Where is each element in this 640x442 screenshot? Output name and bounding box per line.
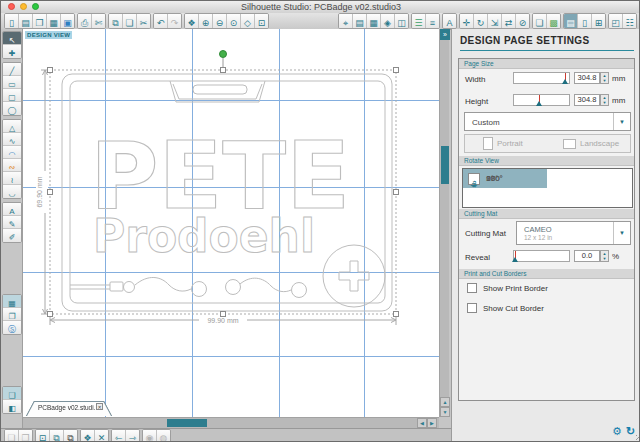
- selection-handle[interactable]: [48, 190, 53, 195]
- preview-button[interactable]: ⌖: [339, 14, 353, 28]
- badge-design[interactable]: PETE Prodoehl: [62, 74, 392, 311]
- fill-options-button[interactable]: ☰: [412, 14, 426, 28]
- line-tool[interactable]: ╱: [3, 63, 21, 76]
- chevron-down-icon[interactable]: ▼: [613, 222, 630, 244]
- width-spinner[interactable]: ▲▼: [600, 72, 609, 84]
- save-to-library-button[interactable]: ▣: [61, 14, 74, 28]
- flip-horizontal-button[interactable]: ⇽: [112, 430, 126, 442]
- edit-points-tool[interactable]: ✚: [3, 45, 21, 58]
- page-preset-dropdown[interactable]: Custom ▼: [464, 112, 631, 131]
- height-spinner[interactable]: ▲▼: [600, 94, 609, 106]
- resize-grip[interactable]: [636, 435, 640, 441]
- rotate-options-button[interactable]: ↻: [474, 14, 488, 28]
- group-button[interactable]: ❏: [5, 430, 19, 442]
- copy-object-button[interactable]: ⧉: [50, 430, 64, 442]
- 3d-view-button[interactable]: ◫: [395, 14, 408, 28]
- pixscan-button[interactable]: ◰: [609, 14, 623, 28]
- move-options-button[interactable]: ✛: [460, 14, 474, 28]
- selection-handle[interactable]: [48, 312, 53, 317]
- page-color-button[interactable]: ▤: [353, 14, 367, 28]
- vertical-scrollbar-thumb[interactable]: [441, 146, 449, 184]
- landscape-button[interactable]: Landscape: [563, 135, 619, 152]
- save-button[interactable]: ▦: [47, 14, 61, 28]
- height-slider-marker[interactable]: [539, 95, 540, 107]
- duplicate-object-button[interactable]: ⧉: [64, 430, 77, 442]
- paste-button[interactable]: ❏: [123, 14, 137, 28]
- zoom-selection-button[interactable]: ⊙: [227, 14, 241, 28]
- spinner-down-icon[interactable]: ▼: [601, 78, 608, 83]
- height-value-field[interactable]: 304.8: [574, 94, 600, 106]
- zoom-to-selection-button[interactable]: ⊡: [36, 430, 50, 442]
- selection-handle[interactable]: [394, 312, 399, 317]
- document-tab-close-icon[interactable]: ✕: [96, 403, 103, 410]
- ellipse-tool[interactable]: ◯: [3, 102, 21, 115]
- drag-zoom-button[interactable]: ◇: [241, 14, 255, 28]
- show-print-border-checkbox[interactable]: [467, 283, 477, 293]
- rotation-handle[interactable]: [220, 51, 227, 58]
- width-value-field[interactable]: 304.8: [574, 72, 600, 84]
- horizontal-scrollbar[interactable]: ◀ ▶: [23, 417, 439, 428]
- library-list-button[interactable]: ❐: [3, 308, 21, 321]
- library-thumbnails-button[interactable]: ▦: [3, 295, 21, 308]
- zoom-out-button[interactable]: ⊖: [213, 14, 227, 28]
- reveal-slider[interactable]: [513, 250, 570, 262]
- scroll-down-button[interactable]: ▼: [440, 407, 450, 417]
- object-info-button[interactable]: ◍: [157, 430, 170, 442]
- silhouette-store-button[interactable]: Ⓢ: [3, 321, 21, 334]
- vertical-scrollbar[interactable]: » ▲ ▼: [439, 29, 449, 417]
- width-slider[interactable]: [513, 72, 570, 84]
- arc-tool[interactable]: ◠: [3, 146, 21, 159]
- smooth-freehand-tool[interactable]: ≀: [3, 172, 21, 185]
- show-grid-button[interactable]: ▦: [367, 14, 381, 28]
- copy-button[interactable]: ⧉: [109, 14, 123, 28]
- undo-button[interactable]: ↶: [154, 14, 168, 28]
- freehand-tool[interactable]: ∾: [3, 159, 21, 172]
- selection-handle[interactable]: [221, 312, 226, 317]
- ungroup-button[interactable]: ❐: [19, 430, 32, 442]
- cutting-mat-dropdown[interactable]: CAMEO 12 x 12 in ▼: [516, 221, 631, 245]
- chevron-down-icon[interactable]: ▼: [613, 113, 630, 130]
- select-tool[interactable]: ↖: [3, 32, 21, 45]
- reveal-slider-marker[interactable]: [515, 251, 516, 263]
- open-recent-button[interactable]: ❐: [33, 14, 47, 28]
- rectangle-tool[interactable]: ▭: [3, 76, 21, 89]
- cut-button[interactable]: ✂: [137, 14, 150, 28]
- selection-handle[interactable]: [394, 190, 399, 195]
- delete-object-button[interactable]: ✕: [95, 430, 108, 442]
- line-style-button[interactable]: ≡: [426, 14, 439, 28]
- shear-options-button[interactable]: ⊘: [516, 14, 529, 28]
- redo-button[interactable]: ↷: [168, 14, 181, 28]
- show-cut-border-checkbox[interactable]: [467, 303, 477, 313]
- design-canvas[interactable]: PETE Prodoehl: [23, 29, 439, 417]
- gear-icon[interactable]: ⚙: [612, 425, 622, 438]
- media-layout-button[interactable]: ☷: [623, 14, 636, 28]
- zoom-in-button[interactable]: ⊕: [199, 14, 213, 28]
- design-page-settings-button[interactable]: ▤: [564, 14, 578, 28]
- registration-marks-button[interactable]: ◈: [381, 14, 395, 28]
- knife-tool[interactable]: ✐: [3, 229, 21, 242]
- pan-button[interactable]: ❖: [185, 14, 199, 28]
- note-tool[interactable]: ✎: [3, 216, 21, 229]
- snap-grid-button[interactable]: ⊞: [592, 14, 605, 28]
- arc-segment-tool[interactable]: ◡: [3, 185, 21, 198]
- horizontal-scrollbar-thumb[interactable]: [167, 419, 207, 427]
- rotate-270-button[interactable]: ab 270°: [463, 169, 547, 188]
- split-view-button[interactable]: ◧: [3, 400, 21, 413]
- portrait-button[interactable]: Portrait: [483, 135, 523, 152]
- height-slider[interactable]: [513, 94, 570, 106]
- text-tool[interactable]: A: [3, 203, 21, 216]
- scale-options-button[interactable]: ⇲: [488, 14, 502, 28]
- new-document-button[interactable]: ▯: [5, 14, 19, 28]
- open-button[interactable]: ▤: [19, 14, 33, 28]
- flip-vertical-button[interactable]: ⇾: [126, 430, 139, 442]
- curve-tool[interactable]: ∿: [3, 133, 21, 146]
- reveal-value-field[interactable]: 0.0: [574, 250, 600, 262]
- lock-object-button[interactable]: ◉: [143, 430, 157, 442]
- spinner-down-icon[interactable]: ▼: [601, 256, 608, 261]
- collapse-panel-button[interactable]: »: [440, 29, 450, 40]
- scroll-right-button[interactable]: ▶: [427, 418, 437, 428]
- reveal-spinner[interactable]: ▲▼: [600, 250, 609, 262]
- selection-handle[interactable]: [48, 68, 53, 73]
- selection-handle[interactable]: [221, 68, 226, 73]
- rounded-rectangle-tool[interactable]: ▢: [3, 89, 21, 102]
